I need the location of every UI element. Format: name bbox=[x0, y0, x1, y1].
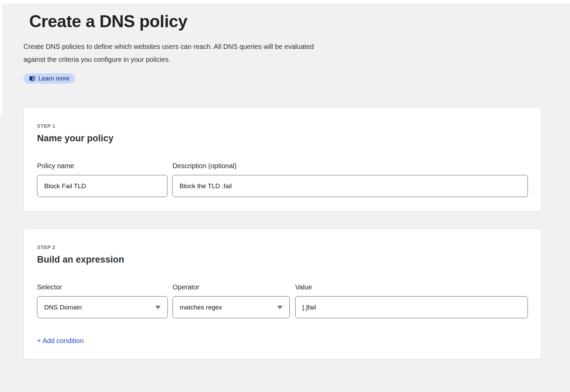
value-label: Value bbox=[295, 283, 528, 291]
selector-dropdown-value: DNS Domain bbox=[44, 304, 82, 311]
policy-name-input[interactable] bbox=[37, 175, 167, 197]
learn-more-button[interactable]: Learn more bbox=[23, 73, 75, 84]
create-dns-policy-page: Create a DNS policy Create DNS policies … bbox=[0, 0, 541, 359]
policy-name-field-group: Policy name bbox=[37, 162, 167, 197]
chevron-down-icon bbox=[277, 306, 283, 309]
description-label: Description (optional) bbox=[172, 162, 528, 170]
add-condition-link[interactable]: + Add condition bbox=[37, 337, 84, 345]
operator-dropdown[interactable]: matches regex bbox=[173, 296, 290, 318]
chevron-down-icon bbox=[155, 306, 161, 309]
book-icon bbox=[29, 76, 35, 82]
operator-label: Operator bbox=[173, 283, 290, 291]
operator-field-group: Operator matches regex bbox=[173, 283, 290, 318]
page-title: Create a DNS policy bbox=[29, 12, 541, 31]
step1-card: STEP 1 Name your policy Policy name Desc… bbox=[23, 107, 541, 212]
step2-card: STEP 2 Build an expression Selector DNS … bbox=[23, 229, 541, 359]
step2-label: STEP 2 bbox=[37, 244, 528, 250]
page-description-line-1: Create DNS policies to define which webs… bbox=[23, 40, 541, 53]
page-description: Create DNS policies to define which webs… bbox=[23, 40, 541, 66]
selector-dropdown[interactable]: DNS Domain bbox=[37, 296, 168, 318]
step1-label: STEP 1 bbox=[37, 123, 528, 129]
step2-heading: Build an expression bbox=[37, 254, 528, 265]
description-input[interactable] bbox=[172, 175, 528, 197]
value-input[interactable] bbox=[295, 296, 528, 318]
policy-name-label: Policy name bbox=[37, 162, 167, 170]
step1-heading: Name your policy bbox=[37, 133, 528, 144]
learn-more-label: Learn more bbox=[38, 75, 70, 82]
operator-dropdown-value: matches regex bbox=[180, 304, 222, 311]
selector-label: Selector bbox=[37, 283, 168, 291]
page-description-line-2: against the criteria you configure in yo… bbox=[23, 53, 541, 66]
value-field-group: Value bbox=[295, 283, 528, 318]
description-field-group: Description (optional) bbox=[172, 162, 528, 197]
selector-field-group: Selector DNS Domain bbox=[37, 283, 168, 318]
